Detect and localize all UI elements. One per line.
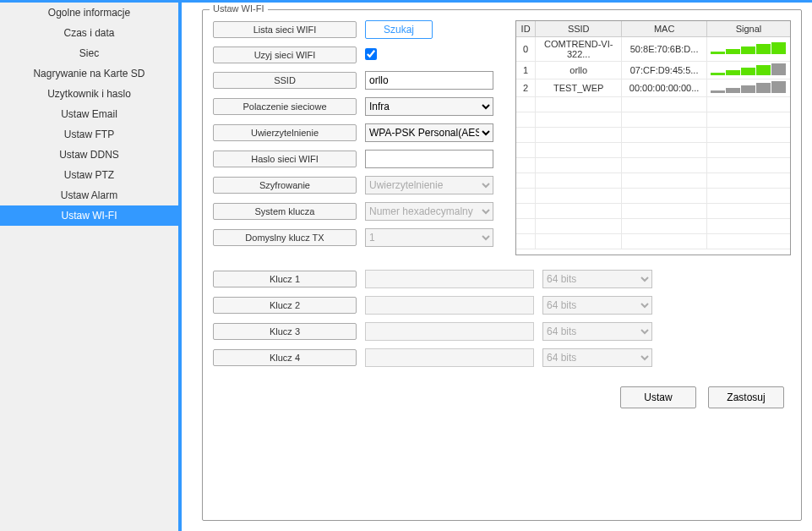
- sidebar-item-ftp[interactable]: Ustaw FTP: [0, 124, 178, 145]
- cell-mac: 07:CF:D9:45:5...: [622, 62, 707, 79]
- uwierzytelnienie-label: Uwierzytelnienie: [213, 124, 357, 141]
- klucz-2-input: [365, 296, 534, 315]
- table-row-empty: [516, 173, 790, 189]
- cell-id: 1: [516, 62, 536, 79]
- ssid-input[interactable]: [365, 71, 493, 90]
- uwierzytelnienie-select[interactable]: WPA-PSK Personal(AES): [365, 123, 493, 142]
- sidebar-item-siec[interactable]: Siec: [0, 43, 178, 63]
- table-row-empty: [516, 143, 790, 158]
- col-header-ssid[interactable]: SSID: [536, 21, 622, 37]
- cell-id: 0: [516, 37, 536, 62]
- lista-sieci-label: Lista sieci WIFI: [213, 21, 357, 38]
- klucz-4-input: [365, 348, 534, 367]
- sidebar-item-wifi[interactable]: Ustaw WI-FI: [0, 205, 178, 226]
- haslo-label: Haslo sieci WIFI: [213, 151, 357, 167]
- panel-title: Ustaw WI-FI: [210, 3, 268, 14]
- domyslny-klucz-select: 1: [365, 228, 493, 247]
- klucz-2-label: Klucz 2: [213, 297, 357, 314]
- klucz-2-bits-select: 64 bits: [542, 296, 652, 315]
- klucz-3-label: Klucz 3: [213, 323, 357, 340]
- szyfrowanie-label: Szyfrowanie: [213, 177, 357, 194]
- klucz-3-bits-select: 64 bits: [542, 322, 652, 341]
- sidebar-item-czas[interactable]: Czas i data: [0, 23, 178, 43]
- sidebar-item-ptz[interactable]: Ustaw PTZ: [0, 165, 178, 185]
- cell-signal: [707, 62, 791, 79]
- polaczenie-label: Polaczenie sieciowe: [213, 98, 357, 115]
- cell-mac: 50:8E:70:6B:D...: [622, 37, 707, 62]
- cell-ssid: TEST_WEP: [536, 79, 622, 97]
- wifi-network-table: ID SSID MAC Signal 0COMTREND-VI-322...50…: [515, 20, 791, 255]
- klucz-1-input: [365, 270, 534, 288]
- sidebar-item-ddns[interactable]: Ustaw DDNS: [0, 145, 178, 165]
- szukaj-button[interactable]: Szukaj: [365, 20, 433, 39]
- table-row[interactable]: 1orllo07:CF:D9:45:5...: [516, 62, 790, 79]
- system-klucza-select: Numer hexadecymalny: [365, 202, 493, 221]
- sidebar-item-nagrywanie[interactable]: Nagrywanie na Karte SD: [0, 63, 178, 84]
- klucz-4-bits-select: 64 bits: [542, 348, 652, 367]
- col-header-signal[interactable]: Signal: [707, 21, 791, 37]
- sidebar: Ogolne informacje Czas i data Siec Nagry…: [0, 3, 182, 531]
- sidebar-item-uzytkownik[interactable]: Uzytkownik i haslo: [0, 84, 178, 104]
- table-row-empty: [516, 204, 790, 219]
- system-klucza-label: System klucza: [213, 203, 357, 220]
- cell-ssid: orllo: [536, 62, 622, 79]
- cell-signal: [707, 37, 791, 62]
- ssid-label: SSID: [213, 72, 357, 89]
- wifi-panel: Ustaw WI-FI Lista sieci WIFI Szukaj Uzyj…: [202, 9, 802, 521]
- sidebar-item-ogolne[interactable]: Ogolne informacje: [0, 3, 178, 23]
- szyfrowanie-select: Uwierzytelnienie: [365, 176, 493, 194]
- table-row-empty: [516, 219, 790, 234]
- sidebar-item-email[interactable]: Ustaw Email: [0, 104, 178, 124]
- col-header-mac[interactable]: MAC: [622, 21, 707, 37]
- klucz-4-label: Klucz 4: [213, 349, 357, 366]
- table-row-empty: [516, 189, 790, 204]
- haslo-input[interactable]: [365, 150, 493, 168]
- table-row[interactable]: 0COMTREND-VI-322...50:8E:70:6B:D...: [516, 37, 790, 62]
- klucz-1-label: Klucz 1: [213, 271, 357, 287]
- ustaw-button[interactable]: Ustaw: [620, 386, 696, 408]
- table-row-empty: [516, 97, 790, 112]
- cell-id: 2: [516, 79, 536, 97]
- zastosuj-button[interactable]: Zastosuj: [708, 386, 784, 408]
- table-row-empty: [516, 112, 790, 128]
- table-row-empty: [516, 128, 790, 143]
- table-row[interactable]: 2TEST_WEP00:00:00:00:00...: [516, 79, 790, 97]
- cell-ssid: COMTREND-VI-322...: [536, 37, 622, 62]
- col-header-id[interactable]: ID: [516, 21, 536, 37]
- table-row-empty: [516, 158, 790, 173]
- cell-mac: 00:00:00:00:00...: [622, 79, 707, 97]
- domyslny-klucz-label: Domyslny klucz TX: [213, 229, 357, 246]
- polaczenie-select[interactable]: Infra: [365, 97, 493, 116]
- cell-signal: [707, 79, 791, 97]
- sidebar-item-alarm[interactable]: Ustaw Alarm: [0, 185, 178, 205]
- klucz-1-bits-select: 64 bits: [542, 270, 652, 288]
- table-row-empty: [516, 234, 790, 249]
- uzyj-sieci-checkbox[interactable]: [365, 48, 377, 60]
- uzyj-sieci-label: Uzyj sieci WIFI: [213, 47, 357, 63]
- klucz-3-input: [365, 322, 534, 341]
